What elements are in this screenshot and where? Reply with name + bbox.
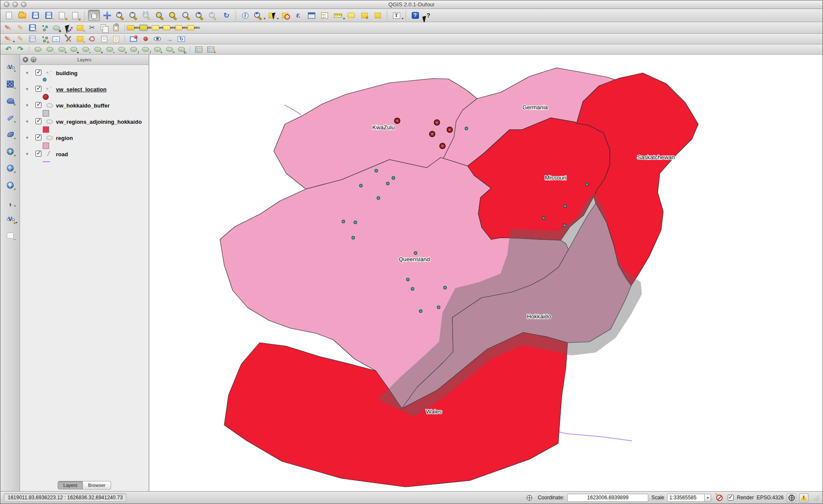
new-shapefile-layer-icon[interactable]: V✱▼ bbox=[4, 213, 16, 225]
simplify-feature-icon[interactable] bbox=[32, 44, 43, 54]
save-edits-secondary-icon[interactable]: ✎ bbox=[27, 34, 38, 44]
map-canvas[interactable]: KwaZulu Germania Saskatchewan Missouri Q… bbox=[149, 55, 823, 491]
layer-name[interactable]: building bbox=[56, 70, 78, 76]
toggle-editing-icon[interactable]: ✎ bbox=[15, 23, 26, 33]
resize-grip[interactable] bbox=[813, 495, 819, 501]
layer-name[interactable]: region bbox=[56, 135, 73, 141]
fill-ring-icon[interactable]: ● bbox=[68, 44, 79, 54]
zoom-window-button[interactable] bbox=[21, 2, 26, 7]
merge-features-icon[interactable]: + bbox=[152, 44, 163, 54]
text-annotation-icon[interactable]: T▼ bbox=[390, 10, 402, 21]
delete-ring-icon[interactable]: − bbox=[80, 44, 91, 54]
forward-icon[interactable]: → bbox=[164, 34, 175, 44]
add-wfs-layer-icon[interactable]: V+ bbox=[4, 179, 16, 191]
save-project-icon[interactable] bbox=[29, 10, 41, 21]
layer-name[interactable]: vw_regions_adjoining_hokkaido bbox=[56, 119, 142, 125]
close-window-button[interactable] bbox=[4, 2, 9, 7]
delete-labels-icon[interactable]: × bbox=[75, 34, 85, 44]
expand-triangle-icon[interactable]: ▼ bbox=[25, 71, 29, 75]
offset-curve-icon[interactable]: ≈ bbox=[116, 44, 127, 54]
reshape-features-icon[interactable]: ~ bbox=[104, 44, 115, 54]
add-postgis-layer-icon[interactable]: + bbox=[4, 95, 16, 107]
add-wms-layer-icon[interactable]: + bbox=[4, 146, 16, 157]
show-bookmarks-icon[interactable] bbox=[372, 10, 384, 21]
expand-triangle-icon[interactable]: ▼ bbox=[25, 87, 29, 91]
float-panel-icon[interactable]: ❐ bbox=[31, 57, 36, 62]
redo-icon[interactable]: ↷ bbox=[15, 44, 26, 54]
layer-visibility-checkbox[interactable]: ✓ bbox=[35, 102, 41, 108]
rotate-frame-icon[interactable]: ↻ bbox=[176, 34, 187, 44]
tools-icon[interactable] bbox=[63, 34, 73, 44]
add-delimited-text-layer-icon[interactable]: ,+ bbox=[4, 196, 16, 208]
split-parts-icon[interactable]: / bbox=[140, 44, 151, 54]
add-spatialite-layer-icon[interactable]: + bbox=[4, 112, 16, 124]
coordinate-capture-icon[interactable] bbox=[524, 493, 535, 503]
expand-triangle-icon[interactable]: ▼ bbox=[25, 119, 29, 124]
add-wcs-layer-icon[interactable]: + bbox=[4, 162, 16, 174]
minimize-window-button[interactable] bbox=[12, 2, 18, 7]
help-contents-icon[interactable]: ? bbox=[409, 10, 421, 21]
scale-dropdown-icon[interactable]: ▼ bbox=[705, 494, 711, 502]
select-features-icon[interactable]: ▼ bbox=[266, 10, 278, 21]
delete-selected-icon[interactable]: × bbox=[75, 23, 85, 33]
layer-visibility-checkbox[interactable]: ✓ bbox=[35, 151, 41, 157]
digitize-with-star-icon[interactable]: ✱ bbox=[39, 34, 50, 44]
tab-layers[interactable]: Layers bbox=[58, 481, 83, 489]
rotate-label-icon[interactable]: abc bbox=[188, 23, 199, 33]
save-project-as-icon[interactable]: ✎ bbox=[43, 10, 55, 21]
map-tips-icon[interactable] bbox=[345, 10, 357, 21]
marker-icon[interactable] bbox=[140, 34, 151, 44]
deselect-features-icon[interactable] bbox=[279, 10, 291, 21]
label-layer-icon[interactable]: abc bbox=[128, 23, 139, 33]
remove-layer-icon[interactable]: − bbox=[4, 230, 16, 242]
layer-visibility-checkbox[interactable]: ✓ bbox=[35, 118, 41, 124]
split-features-icon[interactable]: / bbox=[128, 44, 139, 54]
rotate-point-symbols-icon[interactable]: ↻ bbox=[176, 44, 187, 54]
move-feature-icon[interactable]: ✚ bbox=[51, 23, 62, 33]
pan-map-icon[interactable] bbox=[88, 10, 100, 21]
layer-visibility-checkbox[interactable]: ✓ bbox=[35, 70, 41, 76]
zoom-last-icon[interactable]: ◂ bbox=[194, 10, 206, 21]
layer-visibility-checkbox[interactable]: ✓ bbox=[35, 86, 41, 92]
add-part-icon[interactable]: + bbox=[56, 44, 67, 54]
delete-part-icon[interactable]: × bbox=[92, 44, 103, 54]
messages-warning-icon[interactable] bbox=[799, 493, 808, 502]
action-forward-icon[interactable]: → bbox=[51, 34, 62, 44]
crs-globe-icon[interactable] bbox=[787, 493, 796, 502]
undo-icon[interactable]: ↶ bbox=[3, 44, 14, 54]
scale-combo[interactable]: ▼ bbox=[667, 494, 711, 502]
zoom-to-layer-icon[interactable] bbox=[181, 10, 193, 21]
expand-triangle-icon[interactable]: ▼ bbox=[25, 136, 29, 140]
measure-icon[interactable]: ▼ bbox=[332, 10, 344, 21]
zoom-full-extent-icon[interactable] bbox=[154, 10, 166, 21]
form-annotation-icon[interactable] bbox=[111, 34, 121, 44]
add-mssql-layer-icon[interactable]: + bbox=[4, 128, 16, 140]
layer-name[interactable]: vw_select_location bbox=[56, 86, 107, 93]
layer-name[interactable]: vw_hokkaido_buffer bbox=[56, 102, 110, 109]
new-print-composer-icon[interactable]: ✱ bbox=[56, 10, 68, 21]
zoom-next-icon[interactable]: ▸ bbox=[207, 10, 219, 21]
move-label-icon[interactable]: ab bbox=[140, 23, 151, 33]
stop-rendering-icon[interactable]: ✎ bbox=[714, 493, 725, 503]
visibility-icon[interactable] bbox=[152, 34, 163, 44]
zoom-in-icon[interactable]: + bbox=[114, 10, 126, 21]
show-hide-labels-icon[interactable]: abc bbox=[164, 23, 175, 33]
add-feature-icon[interactable] bbox=[39, 23, 50, 33]
save-layer-edits-icon[interactable]: ✎ bbox=[27, 23, 38, 33]
coordinate-input[interactable] bbox=[567, 494, 648, 502]
layer-row-vw_select_location[interactable]: ▼✓vw_select_location bbox=[20, 85, 149, 93]
add-raster-layer-icon[interactable]: + bbox=[4, 78, 16, 90]
new-bookmark-icon[interactable] bbox=[358, 10, 370, 21]
add-vector-layer-icon[interactable]: V+ bbox=[4, 61, 16, 73]
selection-frame-icon[interactable] bbox=[128, 34, 139, 44]
identify-features-icon[interactable]: i bbox=[239, 10, 251, 21]
change-label-icon[interactable]: abc bbox=[176, 23, 187, 33]
select-by-expression-icon[interactable]: ε bbox=[292, 10, 304, 21]
expand-triangle-icon[interactable]: ▼ bbox=[25, 152, 29, 156]
new-project-icon[interactable] bbox=[3, 10, 15, 21]
scale-input[interactable] bbox=[667, 494, 705, 502]
full-histogram-stretch-icon[interactable]: + bbox=[205, 44, 216, 54]
render-checkbox[interactable]: ✓ bbox=[728, 495, 734, 501]
pin-label-icon[interactable]: ab bbox=[152, 23, 163, 33]
merge-attributes-icon[interactable]: = bbox=[164, 44, 175, 54]
